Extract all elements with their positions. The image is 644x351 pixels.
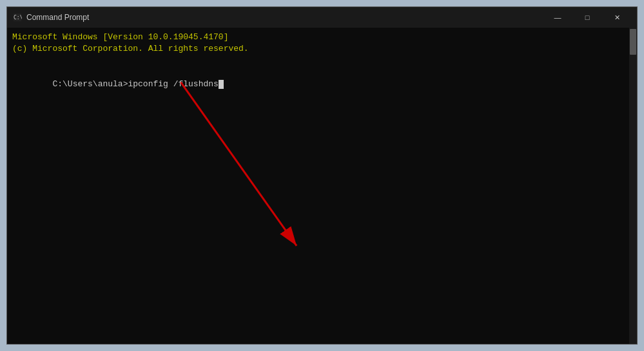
prompt-line: C:\Users\anula>ipconfig /flushdns (12, 67, 624, 102)
close-button[interactable]: ✕ (602, 7, 632, 28)
window-title: Command Prompt (26, 13, 543, 22)
window-controls: — □ ✕ (543, 7, 632, 28)
scrollbar[interactable] (629, 28, 637, 344)
command-prompt-window: C:\ Command Prompt — □ ✕ Microsoft Windo… (6, 6, 638, 345)
title-bar: C:\ Command Prompt — □ ✕ (7, 7, 637, 28)
maximize-button[interactable]: □ (572, 7, 602, 28)
cmd-icon: C:\ (12, 12, 23, 23)
version-line: Microsoft Windows [Version 10.0.19045.41… (12, 32, 624, 43)
minimize-button[interactable]: — (543, 7, 572, 28)
terminal-body[interactable]: Microsoft Windows [Version 10.0.19045.41… (7, 28, 629, 344)
scrollbar-thumb[interactable] (630, 29, 636, 55)
content-area: Microsoft Windows [Version 10.0.19045.41… (7, 28, 637, 344)
copyright-line: (c) Microsoft Corporation. All rights re… (12, 43, 624, 55)
svg-line-4 (181, 82, 297, 246)
svg-text:C:\: C:\ (14, 15, 22, 21)
cursor (219, 80, 224, 89)
blank-line (12, 55, 624, 66)
